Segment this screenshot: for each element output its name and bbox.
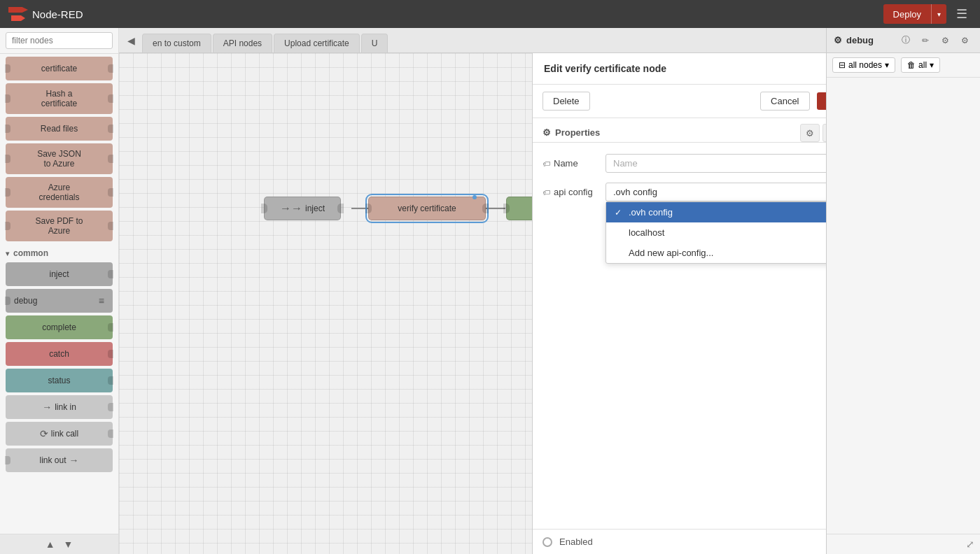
main-layout: certificate Hash acertificate Read files…	[0, 28, 980, 554]
port-right	[108, 429, 113, 438]
deploy-arrow-icon: ▾	[931, 4, 946, 24]
port-left	[5, 297, 10, 305]
edit-panel-header: Edit verify certificate node	[533, 53, 826, 85]
sidebar-nodes: certificate Hash acertificate Read files…	[0, 54, 118, 534]
deploy-button[interactable]: Deploy ▾	[883, 4, 946, 24]
properties-icon: ⚙	[542, 127, 551, 138]
port-left	[5, 155, 10, 163]
filter-all-arrow-icon: ▾	[930, 60, 934, 70]
node-item-save-json[interactable]: Save JSONto Azure	[6, 143, 113, 174]
sidebar-scroll-down[interactable]: ▼	[64, 539, 74, 550]
gear-button[interactable]: ⚙	[937, 32, 953, 49]
link-out-icon: →	[69, 455, 79, 466]
port-left	[5, 222, 10, 230]
filter-arrow-icon: ▾	[885, 60, 889, 70]
debug-label: debug	[14, 296, 37, 306]
node-item-certificate[interactable]: certificate	[6, 57, 113, 80]
flow-node-verify-certificate[interactable]: verify certificate	[368, 197, 486, 220]
port-right	[108, 222, 113, 230]
node-item-complete[interactable]: complete	[6, 315, 113, 339]
name-label: 🏷 Name	[542, 154, 606, 169]
section-header-common[interactable]: ▾ common	[6, 244, 113, 262]
port-right	[482, 204, 489, 213]
dropdown-option-localhost[interactable]: localhost	[606, 222, 826, 243]
info-button[interactable]: ⓘ	[897, 32, 914, 49]
cancel-button[interactable]: Cancel	[760, 92, 809, 111]
option-label-add-new: Add new api-config...	[629, 248, 713, 258]
node-item-hash-certificate[interactable]: Hash acertificate	[6, 83, 113, 114]
api-config-row: 🏷 api config .ovh config ✓ .ovh config	[542, 183, 826, 204]
node-item-link-call[interactable]: ⟳ link call	[6, 422, 113, 446]
name-input-wrap	[606, 154, 826, 173]
settings-button[interactable]: ⚙	[956, 32, 973, 49]
topbar: Node-RED Deploy ▾ ☰	[0, 0, 980, 28]
chevron-icon: ▾	[6, 250, 9, 257]
node-item-debug[interactable]: debug ≡	[6, 289, 113, 313]
edit-panel-actions: Delete Cancel Done	[533, 85, 826, 118]
expand-button[interactable]: ⤢	[966, 539, 974, 550]
tab-u[interactable]: U	[361, 34, 388, 52]
properties-label: Properties	[555, 127, 600, 138]
api-config-dropdown-selected[interactable]: .ovh config	[606, 183, 826, 201]
sidebar-search-area	[0, 28, 118, 54]
debug-icon: ≡	[99, 295, 104, 306]
port-right	[108, 125, 113, 133]
filter-label: all nodes	[848, 60, 882, 70]
right-panel-body	[827, 78, 980, 534]
node-item-link-out[interactable]: link out →	[6, 448, 113, 472]
edit-panel-body: 🏷 Name 🏷 api config	[533, 143, 826, 529]
node-item-save-pdf[interactable]: Save PDF toAzure	[6, 211, 113, 241]
node-item-azure-credentials[interactable]: Azurecredentials	[6, 177, 113, 208]
port-right	[337, 204, 344, 213]
node-item-catch[interactable]: catch	[6, 342, 113, 366]
port-right	[108, 323, 113, 332]
inject-icon: →→	[280, 202, 302, 215]
port-left	[5, 125, 10, 133]
name-row: 🏷 Name	[542, 154, 826, 173]
tab-en-to-custom[interactable]: en to custom	[142, 34, 211, 52]
tab-icons: ⚙ 📄 ⊞	[800, 124, 826, 142]
topbar-right: Deploy ▾ ☰	[883, 3, 972, 24]
dropdown-selected-value: .ovh config	[613, 187, 657, 197]
right-panel: ⚙ debug ⓘ ✏ ⚙ ⚙ ⊟ all nodes ▾ 🗑 all ▾	[826, 28, 980, 554]
node-item-read-files[interactable]: Read files	[6, 117, 113, 141]
api-tag-icon: 🏷	[542, 188, 550, 197]
port-left	[503, 204, 510, 213]
section-label: common	[13, 248, 48, 258]
properties-tab[interactable]: ⚙ Properties	[542, 125, 799, 142]
edit-panel: Edit verify certificate node Delete Canc…	[532, 53, 826, 554]
sidebar-scroll-up[interactable]: ▲	[46, 539, 55, 550]
edit-panel-tabs-row: ⚙ Properties ⚙ 📄 ⊞	[533, 118, 826, 143]
done-button[interactable]: Done	[817, 92, 827, 110]
node-item-link-in[interactable]: → link in	[6, 395, 113, 419]
tab-settings-icon[interactable]: ⚙	[800, 124, 820, 142]
port-right	[108, 350, 113, 358]
name-tag-icon: 🏷	[542, 159, 550, 168]
search-input[interactable]	[6, 32, 113, 49]
port-right	[108, 270, 113, 278]
option-label-ovh: .ovh config	[629, 207, 673, 218]
app-logo: Node-RED	[8, 7, 83, 21]
node-item-inject[interactable]: inject	[6, 262, 113, 286]
link-in-icon: →	[42, 402, 52, 413]
node-item-status[interactable]: status	[6, 369, 113, 392]
tab-bar: ◀ en to custom API nodes Upload certific…	[119, 28, 826, 53]
tab-upload-certificate[interactable]: Upload certificate	[274, 34, 360, 52]
edit-button[interactable]: ✏	[917, 32, 934, 49]
tab-scroll-left[interactable]: ◀	[122, 32, 141, 49]
menu-button[interactable]: ☰	[952, 3, 972, 24]
dropdown-option-add-new[interactable]: Add new api-config...	[606, 243, 826, 263]
flow-node-inject[interactable]: →→ inject	[264, 197, 341, 220]
filter-all-nodes-dropdown[interactable]: ⊟ all nodes ▾	[832, 57, 895, 73]
right-panel-header: ⚙ debug ⓘ ✏ ⚙ ⚙	[827, 28, 980, 53]
tab-doc-icon[interactable]: 📄	[822, 124, 826, 142]
tab-api-nodes[interactable]: API nodes	[213, 34, 272, 52]
dropdown-option-ovh[interactable]: ✓ .ovh config	[606, 202, 826, 222]
delete-button[interactable]: Delete	[542, 92, 590, 111]
name-input[interactable]	[606, 154, 826, 173]
port-right	[108, 64, 113, 73]
canvas[interactable]: →→ inject verify certificate Edit verify…	[119, 53, 826, 554]
filter-all-dropdown[interactable]: 🗑 all ▾	[901, 57, 940, 73]
right-panel-title-area: ⚙ debug	[834, 35, 892, 45]
api-config-dropdown-wrap: .ovh config ✓ .ovh config localhost	[606, 183, 826, 201]
